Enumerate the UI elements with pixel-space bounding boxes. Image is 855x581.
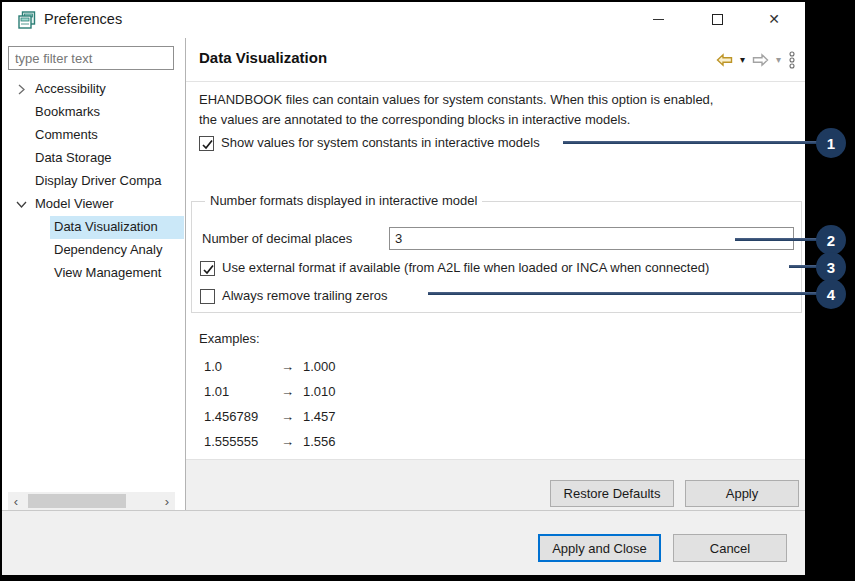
scroll-right-icon[interactable]: › bbox=[159, 492, 175, 510]
window-title: Preferences bbox=[44, 11, 122, 27]
minimize-icon bbox=[653, 19, 664, 20]
minimize-button[interactable] bbox=[642, 7, 674, 31]
example-row: 1.555555→1.556 bbox=[204, 429, 336, 454]
show-values-checkbox[interactable] bbox=[199, 136, 214, 151]
forward-history-dropdown-icon[interactable]: ▾ bbox=[776, 55, 781, 65]
page-title: Data Visualization bbox=[199, 49, 327, 66]
apply-button[interactable]: Apply bbox=[685, 480, 799, 507]
annotated-screenshot: Preferences ✕ Accessibility Bookmarks Co… bbox=[0, 0, 855, 581]
trailing-zeros-checkbox[interactable] bbox=[200, 289, 215, 304]
callout-badge-1: 1 bbox=[816, 128, 846, 158]
preferences-dialog: Preferences ✕ Accessibility Bookmarks Co… bbox=[2, 2, 805, 575]
checkmark-icon bbox=[200, 261, 217, 278]
page-body: EHANDBOOK files can contain values for s… bbox=[186, 82, 805, 459]
tree-item-data-visualization[interactable]: Data Visualization bbox=[2, 216, 184, 239]
callout-badge-3: 3 bbox=[816, 252, 846, 282]
arrow-icon: → bbox=[281, 404, 294, 429]
horizontal-scrollbar[interactable]: ‹ › bbox=[8, 492, 175, 510]
tree-item-data-storage[interactable]: Data Storage bbox=[2, 147, 184, 170]
preferences-app-icon bbox=[18, 11, 36, 29]
description-line-2: the values are annotated to the correspo… bbox=[199, 110, 789, 130]
external-format-label[interactable]: Use external format if available (from A… bbox=[222, 260, 709, 275]
tree-item-label: Bookmarks bbox=[35, 104, 100, 119]
forward-arrow-icon[interactable] bbox=[752, 53, 769, 67]
example-to: 1.556 bbox=[303, 434, 336, 449]
tree-item-label: Comments bbox=[35, 127, 98, 142]
example-to: 1.010 bbox=[303, 384, 336, 399]
header-toolbar: ▾ ▾ bbox=[716, 38, 796, 82]
tree-item-label: Dependency Analy bbox=[54, 242, 162, 257]
tree-item-accessibility[interactable]: Accessibility bbox=[2, 78, 184, 101]
arrow-icon: → bbox=[281, 429, 294, 454]
trailing-zeros-label[interactable]: Always remove trailing zeros bbox=[222, 288, 387, 303]
title-bar: Preferences ✕ bbox=[2, 2, 805, 38]
tree-item-label: Model Viewer bbox=[35, 196, 114, 211]
example-from: 1.555555 bbox=[204, 429, 281, 454]
preferences-sidebar: Accessibility Bookmarks Comments Data St… bbox=[2, 38, 186, 512]
description-line-1: EHANDBOOK files can contain values for s… bbox=[199, 90, 789, 110]
tree-item-label: Accessibility bbox=[35, 81, 106, 96]
preferences-tree: Accessibility Bookmarks Comments Data St… bbox=[2, 78, 184, 285]
callout-line-2 bbox=[735, 238, 822, 241]
decimal-places-input[interactable] bbox=[389, 227, 794, 250]
tree-item-dependency-analysis[interactable]: Dependency Analy bbox=[2, 239, 184, 262]
examples-list: 1.0→1.000 1.01→1.010 1.456789→1.457 1.55… bbox=[204, 354, 336, 454]
callout-line-1 bbox=[563, 141, 822, 144]
example-row: 1.0→1.000 bbox=[204, 354, 336, 379]
close-icon: ✕ bbox=[768, 11, 780, 27]
tree-item-view-management[interactable]: View Management bbox=[2, 262, 184, 285]
tree-item-label: Display Driver Compa bbox=[35, 173, 161, 188]
restore-defaults-button[interactable]: Restore Defaults bbox=[550, 480, 674, 507]
cancel-button[interactable]: Cancel bbox=[673, 534, 787, 562]
tree-item-comments[interactable]: Comments bbox=[2, 124, 184, 147]
tree-item-label: View Management bbox=[54, 265, 161, 280]
chevron-right-icon[interactable] bbox=[15, 83, 28, 96]
description-text: EHANDBOOK files can contain values for s… bbox=[199, 90, 789, 129]
show-values-label[interactable]: Show values for system constants in inte… bbox=[221, 135, 540, 150]
scroll-left-icon[interactable]: ‹ bbox=[8, 492, 24, 510]
example-to: 1.457 bbox=[303, 409, 336, 424]
page-button-strip: Restore Defaults Apply bbox=[186, 459, 805, 510]
apply-and-close-button[interactable]: Apply and Close bbox=[538, 534, 661, 562]
dialog-footer: Apply and Close Cancel bbox=[2, 510, 805, 575]
maximize-icon bbox=[712, 14, 723, 25]
tree-item-bookmarks[interactable]: Bookmarks bbox=[2, 101, 184, 124]
arrow-icon: → bbox=[281, 379, 294, 404]
callout-line-4 bbox=[428, 292, 822, 295]
tree-item-model-viewer[interactable]: Model Viewer bbox=[2, 193, 184, 216]
example-row: 1.456789→1.457 bbox=[204, 404, 336, 429]
example-row: 1.01→1.010 bbox=[204, 379, 336, 404]
tree-item-display-driver[interactable]: Display Driver Compa bbox=[2, 170, 184, 193]
checkmark-icon bbox=[199, 136, 216, 153]
tree-item-label: Data Storage bbox=[35, 150, 112, 165]
callout-badge-4: 4 bbox=[816, 279, 846, 309]
back-history-dropdown-icon[interactable]: ▾ bbox=[740, 55, 745, 65]
external-format-checkbox[interactable] bbox=[200, 261, 215, 276]
example-to: 1.000 bbox=[303, 359, 336, 374]
example-from: 1.01 bbox=[204, 379, 281, 404]
tree-item-label: Data Visualization bbox=[54, 219, 158, 234]
close-button[interactable]: ✕ bbox=[758, 7, 790, 31]
group-legend: Number formats displayed in interactive … bbox=[205, 193, 482, 208]
scrollbar-thumb[interactable] bbox=[28, 494, 126, 508]
callout-badge-2: 2 bbox=[816, 225, 846, 255]
page-header: Data Visualization ▾ ▾ bbox=[186, 38, 805, 82]
maximize-button[interactable] bbox=[701, 7, 733, 31]
back-arrow-icon[interactable] bbox=[716, 53, 733, 67]
examples-title: Examples: bbox=[199, 331, 260, 346]
example-from: 1.0 bbox=[204, 354, 281, 379]
decimal-places-label: Number of decimal places bbox=[202, 231, 352, 246]
arrow-icon: → bbox=[281, 354, 294, 379]
example-from: 1.456789 bbox=[204, 404, 281, 429]
view-menu-icon[interactable] bbox=[788, 51, 796, 69]
chevron-down-icon[interactable] bbox=[15, 198, 28, 211]
filter-input[interactable] bbox=[8, 46, 174, 70]
number-formats-group: Number formats displayed in interactive … bbox=[191, 201, 802, 313]
